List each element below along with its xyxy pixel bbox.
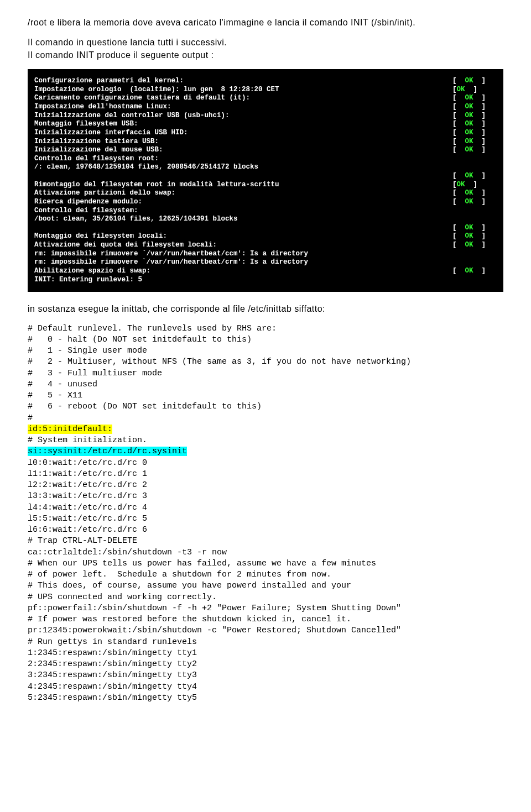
code-line: # 0 - halt (Do NOT set initdefault to th… [28, 335, 252, 344]
code-line: # If power was restored before the shutd… [28, 615, 351, 624]
code-line: l6:6:wait:/etc/rc.d/rc 6 [28, 525, 147, 535]
code-line: # Run gettys in standard runlevels [28, 637, 197, 647]
code-line: # 6 - reboot (Do NOT set initdefault to … [28, 402, 262, 411]
code-line: # UPS connected and working correctly. [28, 593, 217, 602]
code-line: # 5 - X11 [28, 391, 82, 400]
intro-line3: Il comando INIT produce il seguente outp… [28, 50, 214, 60]
code-line: 1:2345:respawn:/sbin/mingetty tty1 [28, 648, 197, 658]
after-console-text: in sostanza esegue la inittab, che corri… [28, 303, 503, 315]
code-line: l0:0:wait:/etc/rc.d/rc 0 [28, 458, 147, 468]
code-line: 4:2345:respawn:/sbin/mingetty tty4 [28, 682, 197, 691]
code-line: ca::ctrlaltdel:/sbin/shutdown -t3 -r now [28, 548, 227, 557]
code-line: pr:12345:powerokwait:/sbin/shutdown -c "… [28, 626, 401, 635]
code-line: # 3 - Full multiuser mode [28, 369, 162, 378]
code-line: # This does, of course, assume you have … [28, 581, 351, 590]
code-line: # Trap CTRL-ALT-DELETE [28, 536, 137, 546]
code-line: l1:1:wait:/etc/rc.d/rc 1 [28, 469, 147, 479]
console-output: Configurazione parametri del kernel:[ OK… [28, 69, 503, 292]
code-line: # Default runlevel. The runlevels used b… [28, 324, 277, 333]
code-line: # 4 - unused [28, 380, 97, 389]
inittab-code-block: # Default runlevel. The runlevels used b… [28, 323, 503, 704]
code-line: l2:2:wait:/etc/rc.d/rc 2 [28, 480, 147, 490]
code-line: l5:5:wait:/etc/rc.d/rc 5 [28, 514, 147, 523]
code-line: # 1 - Single user mode [28, 346, 147, 355]
code-line: 3:2345:respawn:/sbin/mingetty tty3 [28, 670, 197, 680]
code-line: # 2 - Multiuser, without NFS (The same a… [28, 357, 411, 366]
intro-line2: Il comando in questione lancia tutti i s… [28, 38, 227, 47]
code-line: l3:3:wait:/etc/rc.d/rc 3 [28, 491, 147, 501]
intro-paragraph-2: Il comando in questione lancia tutti i s… [28, 36, 503, 61]
code-line: si::sysinit:/etc/rc.d/rc.sysinit [28, 447, 187, 456]
intro-paragraph-1: /root e libera la memoria dove aveva car… [28, 17, 503, 29]
page: /root e libera la memoria dove aveva car… [0, 0, 531, 812]
code-line: l4:4:wait:/etc/rc.d/rc 4 [28, 503, 147, 512]
code-line: # System initialization. [28, 436, 147, 445]
code-line: pf::powerfail:/sbin/shutdown -f -h +2 "P… [28, 604, 401, 613]
code-line: id:5:initdefault: [28, 425, 112, 434]
code-line: 5:2345:respawn:/sbin/mingetty tty5 [28, 693, 197, 703]
code-line: # When our UPS tells us power has failed… [28, 559, 376, 568]
code-line: # of power left. Schedule a shutdown for… [28, 570, 331, 579]
code-line: # [28, 413, 33, 423]
code-line: 2:2345:respawn:/sbin/mingetty tty2 [28, 659, 197, 669]
